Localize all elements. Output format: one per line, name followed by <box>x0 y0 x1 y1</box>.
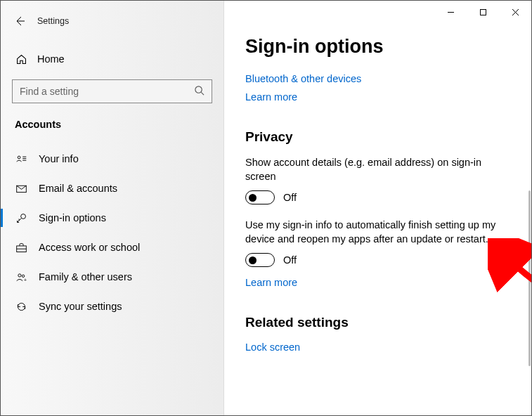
toggle-state-label: Off <box>283 192 297 203</box>
sidebar: Settings Home Find a setting Accounts <box>1 1 224 415</box>
toggle-row-auto-signin: Off <box>245 253 510 267</box>
page-title: Sign-in options <box>245 36 510 58</box>
sidebar-item-sync-settings[interactable]: Sync your settings <box>1 292 223 321</box>
link-bluetooth-devices[interactable]: Bluetooth & other devices <box>245 73 510 84</box>
svg-point-2 <box>18 156 20 159</box>
mail-icon <box>15 182 27 195</box>
sidebar-item-label: Access work or school <box>39 242 140 253</box>
svg-point-11 <box>22 275 24 277</box>
main-panel: Sign-in options Bluetooth & other device… <box>224 1 531 415</box>
svg-text:+: + <box>23 278 26 282</box>
setting-desc-auto-signin: Use my sign-in info to automatically fin… <box>245 219 510 246</box>
briefcase-icon <box>15 241 27 254</box>
maximize-button[interactable] <box>467 1 499 23</box>
people-icon: + <box>15 271 27 283</box>
window-controls <box>434 1 531 23</box>
search-input[interactable]: Find a setting <box>12 79 212 103</box>
titlebar-left: Settings <box>1 9 223 33</box>
svg-point-7 <box>20 214 25 219</box>
sidebar-item-label: Your info <box>39 153 79 164</box>
sync-icon <box>15 300 27 313</box>
scrollbar-thumb[interactable] <box>528 190 531 366</box>
key-icon <box>15 212 27 224</box>
link-learn-more[interactable]: Learn more <box>245 91 510 103</box>
app-title: Settings <box>37 16 69 26</box>
minimize-button[interactable] <box>434 1 467 23</box>
settings-window: Settings Home Find a setting Accounts <box>0 0 532 416</box>
sidebar-item-sign-in-options[interactable]: Sign-in options <box>1 203 223 233</box>
home-label: Home <box>37 53 65 65</box>
search-icon <box>194 85 205 98</box>
toggle-auto-signin[interactable] <box>245 253 275 267</box>
link-lock-screen[interactable]: Lock screen <box>245 342 510 353</box>
sidebar-item-your-info[interactable]: Your info <box>1 144 223 174</box>
toggle-state-label: Off <box>283 254 297 266</box>
scrollbar[interactable] <box>528 43 531 412</box>
section-title-related: Related settings <box>245 315 510 330</box>
sidebar-item-label: Sync your settings <box>39 301 122 312</box>
back-icon[interactable] <box>13 15 26 27</box>
sidebar-item-label: Family & other users <box>39 271 132 282</box>
link-learn-more[interactable]: Learn more <box>245 277 510 288</box>
svg-point-0 <box>195 86 202 93</box>
sidebar-section-header: Accounts <box>1 103 223 133</box>
search-wrap: Find a setting <box>12 79 212 103</box>
sidebar-item-email-accounts[interactable]: Email & accounts <box>1 174 223 203</box>
svg-point-10 <box>18 273 20 276</box>
sidebar-item-family-users[interactable]: + Family & other users <box>1 262 223 292</box>
content-area: Sign-in options Bluetooth & other device… <box>224 1 531 415</box>
home-icon <box>15 53 27 65</box>
search-placeholder: Find a setting <box>20 86 79 97</box>
section-title-privacy: Privacy <box>245 129 510 145</box>
sidebar-item-access-work-school[interactable]: Access work or school <box>1 233 223 262</box>
setting-desc-show-account: Show account details (e.g. email address… <box>245 156 510 183</box>
svg-rect-14 <box>480 9 486 15</box>
toggle-row-show-account: Off <box>245 190 510 204</box>
sidebar-item-label: Sign-in options <box>39 212 106 223</box>
close-button[interactable] <box>499 1 531 23</box>
person-card-icon <box>15 152 27 165</box>
sidebar-nav: Your info Email & accounts Sign-in optio… <box>1 144 223 321</box>
svg-line-1 <box>201 92 204 95</box>
home-button[interactable]: Home <box>1 46 223 72</box>
toggle-show-account[interactable] <box>245 190 275 204</box>
sidebar-item-label: Email & accounts <box>39 183 117 194</box>
